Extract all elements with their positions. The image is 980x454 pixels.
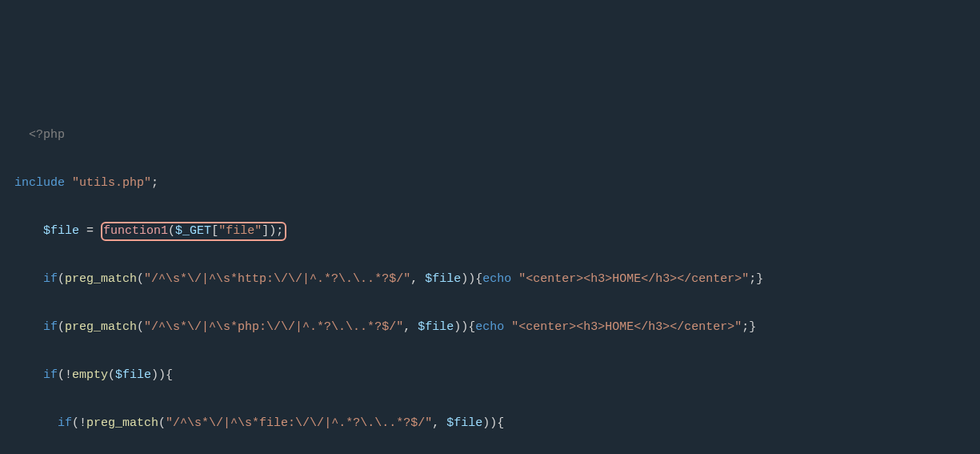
var-file: $file bbox=[115, 368, 151, 382]
fn-pregmatch: preg_match bbox=[65, 320, 137, 334]
kw-if: if bbox=[43, 320, 58, 334]
code-line: $file = function1($_GET["file"]); bbox=[0, 219, 980, 243]
string: "<center><h3>HOME</h3></center>" bbox=[511, 320, 742, 334]
kw-include: include bbox=[14, 176, 65, 190]
kw-echo: echo bbox=[482, 272, 511, 286]
regex: "/^\s*\/|^\s*file:\/\/|^.*?\.\..*?$/" bbox=[166, 416, 432, 430]
string: "<center><h3>HOME</h3></center>" bbox=[518, 272, 749, 286]
kw-echo: echo bbox=[475, 320, 504, 334]
code-block: <?php include "utils.php"; $file = funct… bbox=[0, 96, 980, 454]
string: "file" bbox=[218, 224, 262, 238]
code-line: <?php bbox=[0, 123, 980, 147]
code-line: include "utils.php"; bbox=[0, 171, 980, 195]
var-file: $file bbox=[425, 272, 461, 286]
kw-if: if bbox=[43, 368, 58, 382]
var-get: $_GET bbox=[175, 224, 211, 238]
fn-pregmatch: preg_match bbox=[86, 416, 158, 430]
code-line: if(preg_match("/^\s*\/|^\s*http:\/\/|^.*… bbox=[0, 267, 980, 291]
var-file: $file bbox=[446, 416, 482, 430]
var-file: $file bbox=[43, 224, 79, 238]
php-open-tag: <?php bbox=[29, 128, 65, 142]
code-line: if(!empty($file)){ bbox=[0, 364, 980, 388]
regex: "/^\s*\/|^\s*http:\/\/|^.*?\.\..*?$/" bbox=[144, 272, 410, 286]
regex: "/^\s*\/|^\s*php:\/\/|^.*?\.\..*?$/" bbox=[144, 320, 403, 334]
fn-function1: function1 bbox=[103, 224, 168, 238]
kw-if: if bbox=[58, 416, 72, 430]
code-line: if(!preg_match("/^\s*\/|^\s*file:\/\/|^.… bbox=[0, 412, 980, 436]
string: "utils.php" bbox=[72, 176, 151, 190]
var-file: $file bbox=[418, 320, 454, 334]
kw-if: if bbox=[43, 272, 58, 286]
highlight-box: function1($_GET["file"]); bbox=[101, 222, 286, 241]
fn-pregmatch: preg_match bbox=[65, 272, 137, 286]
fn-empty: empty bbox=[72, 368, 108, 382]
code-line: if(preg_match("/^\s*\/|^\s*php:\/\/|^.*?… bbox=[0, 315, 980, 339]
